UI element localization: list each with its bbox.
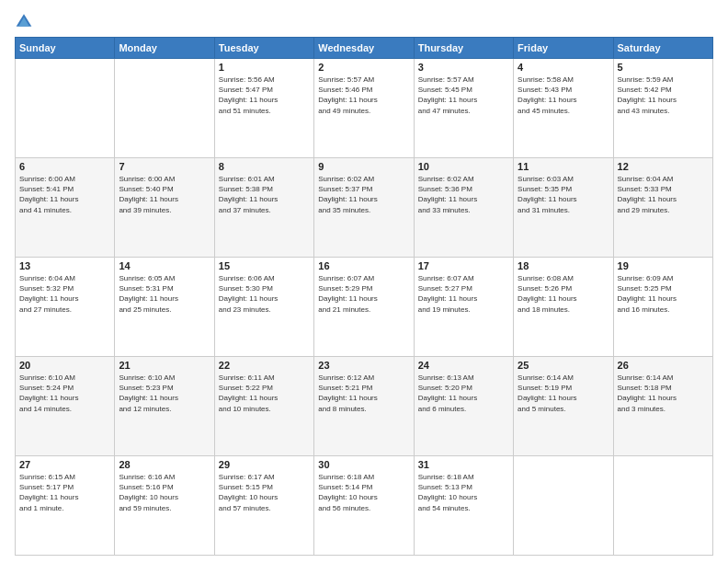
cell-info: Sunrise: 5:57 AM Sunset: 5:45 PM Dayligh… [418,75,509,116]
calendar-cell [16,59,115,158]
calendar-cell: 25Sunrise: 6:14 AM Sunset: 5:19 PM Dayli… [514,357,613,456]
cell-info: Sunrise: 6:11 AM Sunset: 5:22 PM Dayligh… [219,373,310,414]
calendar-cell: 14Sunrise: 6:05 AM Sunset: 5:31 PM Dayli… [115,258,214,357]
cell-info: Sunrise: 6:06 AM Sunset: 5:30 PM Dayligh… [219,273,310,315]
day-number: 25 [518,360,609,371]
day-number: 12 [618,161,709,172]
week-row-2: 13Sunrise: 6:04 AM Sunset: 5:32 PM Dayli… [16,258,713,357]
col-header-friday: Friday [514,38,613,59]
calendar-cell [514,456,613,556]
cell-info: Sunrise: 6:08 AM Sunset: 5:26 PM Dayligh… [518,273,609,315]
col-header-wednesday: Wednesday [314,38,414,59]
day-number: 21 [119,360,210,371]
cell-info: Sunrise: 6:00 AM Sunset: 5:41 PM Dayligh… [19,174,110,215]
cell-info: Sunrise: 6:02 AM Sunset: 5:36 PM Dayligh… [418,174,509,215]
day-number: 11 [518,161,609,172]
day-number: 8 [219,161,310,172]
calendar-cell: 26Sunrise: 6:14 AM Sunset: 5:18 PM Dayli… [613,357,712,456]
day-number: 26 [618,360,709,371]
calendar-cell: 8Sunrise: 6:01 AM Sunset: 5:38 PM Daylig… [214,158,313,258]
calendar-cell: 27Sunrise: 6:15 AM Sunset: 5:17 PM Dayli… [16,456,115,556]
col-header-thursday: Thursday [414,38,513,59]
col-header-monday: Monday [115,38,214,59]
cell-info: Sunrise: 5:59 AM Sunset: 5:42 PM Dayligh… [618,75,709,116]
calendar-cell: 4Sunrise: 5:58 AM Sunset: 5:43 PM Daylig… [514,59,613,158]
calendar-cell: 18Sunrise: 6:08 AM Sunset: 5:26 PM Dayli… [514,258,613,357]
cell-info: Sunrise: 6:13 AM Sunset: 5:20 PM Dayligh… [418,373,509,414]
calendar-cell: 20Sunrise: 6:10 AM Sunset: 5:24 PM Dayli… [16,357,115,456]
cell-info: Sunrise: 5:57 AM Sunset: 5:46 PM Dayligh… [318,75,409,116]
day-number: 7 [119,161,210,172]
calendar-cell [613,456,712,556]
calendar-cell: 13Sunrise: 6:04 AM Sunset: 5:32 PM Dayli… [16,258,115,357]
day-number: 28 [119,459,210,470]
day-number: 6 [19,161,110,172]
day-number: 15 [219,260,310,271]
calendar-cell: 2Sunrise: 5:57 AM Sunset: 5:46 PM Daylig… [314,59,414,158]
header-row: SundayMondayTuesdayWednesdayThursdayFrid… [16,38,713,59]
day-number: 19 [618,260,709,271]
calendar-cell: 5Sunrise: 5:59 AM Sunset: 5:42 PM Daylig… [613,59,712,158]
calendar-cell: 17Sunrise: 6:07 AM Sunset: 5:27 PM Dayli… [414,258,513,357]
cell-info: Sunrise: 6:10 AM Sunset: 5:23 PM Dayligh… [119,373,210,414]
cell-info: Sunrise: 6:10 AM Sunset: 5:24 PM Dayligh… [19,373,110,414]
page: SundayMondayTuesdayWednesdayThursdayFrid… [0,0,728,563]
day-number: 4 [518,62,609,73]
cell-info: Sunrise: 5:56 AM Sunset: 5:47 PM Dayligh… [219,75,310,116]
cell-info: Sunrise: 6:02 AM Sunset: 5:37 PM Dayligh… [318,174,409,215]
day-number: 22 [219,360,310,371]
day-number: 20 [19,360,110,371]
calendar-cell: 9Sunrise: 6:02 AM Sunset: 5:37 PM Daylig… [314,158,414,258]
day-number: 2 [318,62,409,73]
day-number: 14 [119,260,210,271]
calendar-cell: 6Sunrise: 6:00 AM Sunset: 5:41 PM Daylig… [16,158,115,258]
calendar-cell: 3Sunrise: 5:57 AM Sunset: 5:45 PM Daylig… [414,59,513,158]
calendar-cell: 21Sunrise: 6:10 AM Sunset: 5:23 PM Dayli… [115,357,214,456]
cell-info: Sunrise: 6:15 AM Sunset: 5:17 PM Dayligh… [19,472,110,513]
cell-info: Sunrise: 6:07 AM Sunset: 5:27 PM Dayligh… [418,273,509,315]
calendar-cell [115,59,214,158]
calendar-cell: 16Sunrise: 6:07 AM Sunset: 5:29 PM Dayli… [314,258,414,357]
calendar-cell: 31Sunrise: 6:18 AM Sunset: 5:13 PM Dayli… [414,456,513,556]
calendar-cell: 15Sunrise: 6:06 AM Sunset: 5:30 PM Dayli… [214,258,313,357]
cell-info: Sunrise: 5:58 AM Sunset: 5:43 PM Dayligh… [518,75,609,116]
cell-info: Sunrise: 6:04 AM Sunset: 5:33 PM Dayligh… [618,174,709,215]
cell-info: Sunrise: 6:12 AM Sunset: 5:21 PM Dayligh… [318,373,409,414]
cell-info: Sunrise: 6:18 AM Sunset: 5:13 PM Dayligh… [418,472,509,513]
day-number: 30 [318,459,409,470]
day-number: 16 [318,260,409,271]
logo [15,11,35,29]
day-number: 1 [219,62,310,73]
cell-info: Sunrise: 6:04 AM Sunset: 5:32 PM Dayligh… [19,273,110,315]
logo-icon [15,11,33,29]
day-number: 18 [518,260,609,271]
day-number: 24 [418,360,509,371]
day-number: 29 [219,459,310,470]
day-number: 9 [318,161,409,172]
week-row-1: 6Sunrise: 6:00 AM Sunset: 5:41 PM Daylig… [16,158,713,258]
calendar-cell: 23Sunrise: 6:12 AM Sunset: 5:21 PM Dayli… [314,357,414,456]
day-number: 23 [318,360,409,371]
cell-info: Sunrise: 6:16 AM Sunset: 5:16 PM Dayligh… [119,472,210,513]
col-header-tuesday: Tuesday [214,38,313,59]
cell-info: Sunrise: 6:07 AM Sunset: 5:29 PM Dayligh… [318,273,409,315]
calendar-cell: 28Sunrise: 6:16 AM Sunset: 5:16 PM Dayli… [115,456,214,556]
day-number: 17 [418,260,509,271]
week-row-0: 1Sunrise: 5:56 AM Sunset: 5:47 PM Daylig… [16,59,713,158]
cell-info: Sunrise: 6:09 AM Sunset: 5:25 PM Dayligh… [618,273,709,315]
day-number: 27 [19,459,110,470]
calendar-cell: 10Sunrise: 6:02 AM Sunset: 5:36 PM Dayli… [414,158,513,258]
cell-info: Sunrise: 6:03 AM Sunset: 5:35 PM Dayligh… [518,174,609,215]
cell-info: Sunrise: 6:14 AM Sunset: 5:19 PM Dayligh… [518,373,609,414]
calendar-cell: 24Sunrise: 6:13 AM Sunset: 5:20 PM Dayli… [414,357,513,456]
col-header-sunday: Sunday [16,38,115,59]
calendar-cell: 22Sunrise: 6:11 AM Sunset: 5:22 PM Dayli… [214,357,313,456]
calendar-cell: 30Sunrise: 6:18 AM Sunset: 5:14 PM Dayli… [314,456,414,556]
week-row-3: 20Sunrise: 6:10 AM Sunset: 5:24 PM Dayli… [16,357,713,456]
cell-info: Sunrise: 6:18 AM Sunset: 5:14 PM Dayligh… [318,472,409,513]
header [15,11,713,29]
calendar-cell: 7Sunrise: 6:00 AM Sunset: 5:40 PM Daylig… [115,158,214,258]
cell-info: Sunrise: 6:00 AM Sunset: 5:40 PM Dayligh… [119,174,210,215]
calendar-cell: 1Sunrise: 5:56 AM Sunset: 5:47 PM Daylig… [214,59,313,158]
day-number: 5 [618,62,709,73]
